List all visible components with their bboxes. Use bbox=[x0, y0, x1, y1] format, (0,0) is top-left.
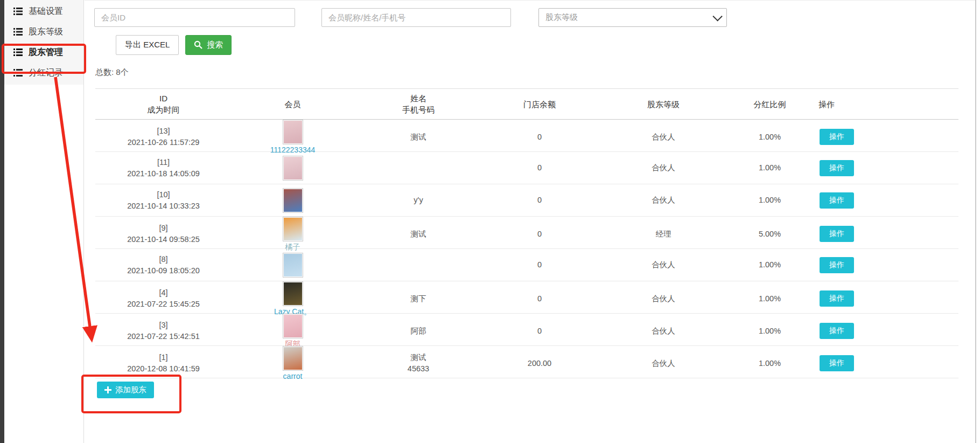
row-name: 测试 bbox=[354, 352, 483, 363]
name-phone-cell: y'y bbox=[354, 195, 483, 206]
store-balance-cell: 0 bbox=[483, 162, 596, 174]
row-name: 阿部 bbox=[354, 326, 483, 337]
member-nickname-link[interactable]: carrot bbox=[283, 372, 303, 380]
sidebar-item-shareholder-level[interactable]: 股东等级 bbox=[4, 22, 83, 42]
avatar bbox=[283, 253, 303, 278]
member-keyword-input[interactable] bbox=[321, 8, 511, 27]
id-time-cell: [11] 2021-10-18 14:05:09 bbox=[95, 157, 232, 179]
row-name: y'y bbox=[354, 195, 483, 206]
shareholder-level-cell: 经理 bbox=[596, 229, 731, 240]
name-phone-cell: 测试 bbox=[354, 131, 483, 143]
action-cell: 操作 bbox=[809, 226, 958, 242]
row-action-button[interactable]: 操作 bbox=[820, 160, 854, 176]
store-balance-cell: 0 bbox=[483, 131, 596, 143]
avatar bbox=[283, 346, 303, 371]
sidebar-item-label: 基础设置 bbox=[29, 6, 63, 17]
avatar bbox=[283, 217, 303, 241]
table-body: [13] 2021-10-26 11:57:29 11122233344 测试 … bbox=[95, 120, 958, 378]
shareholder-level-cell: 合伙人 bbox=[596, 259, 731, 271]
store-balance-cell: 0 bbox=[483, 326, 596, 337]
row-become-time: 2021-07-22 15:45:25 bbox=[95, 299, 232, 310]
dividend-ratio-cell: 1.00% bbox=[731, 131, 809, 143]
action-cell: 操作 bbox=[809, 160, 958, 176]
action-cell: 操作 bbox=[809, 257, 958, 273]
store-balance-cell: 200.00 bbox=[483, 358, 596, 369]
table-row: [3] 2021-07-22 15:42:51 阿部 阿部 0 合伙人 1.00… bbox=[95, 314, 958, 346]
avatar bbox=[283, 188, 303, 213]
row-become-time: 2021-10-26 11:57:29 bbox=[95, 137, 232, 148]
table-row: [8] 2021-10-09 18:05:20 0 合伙人 1.00% 操作 bbox=[95, 249, 958, 281]
export-excel-button[interactable]: 导出 EXCEL bbox=[116, 35, 179, 55]
dividend-ratio-cell: 1.00% bbox=[731, 326, 809, 337]
id-time-cell: [1] 2020-12-08 10:41:59 bbox=[95, 352, 232, 375]
search-button-label: 搜索 bbox=[207, 40, 223, 50]
select-value: 股东等级 bbox=[545, 12, 578, 23]
list-icon bbox=[13, 28, 23, 36]
table-row: [13] 2021-10-26 11:57:29 11122233344 测试 … bbox=[95, 120, 958, 152]
sidebar-item-basic-settings[interactable]: 基础设置 bbox=[4, 1, 83, 22]
avatar bbox=[283, 120, 303, 144]
shareholder-level-cell: 合伙人 bbox=[596, 358, 731, 369]
member-id-input[interactable] bbox=[94, 8, 295, 27]
store-balance-cell: 0 bbox=[483, 195, 596, 206]
shareholder-level-cell: 合伙人 bbox=[596, 162, 731, 174]
sidebar: 基础设置 股东等级 股东管理 分红记录 bbox=[4, 0, 84, 443]
sidebar-item-dividend-records[interactable]: 分红记录 bbox=[4, 63, 83, 83]
row-id: [8] bbox=[95, 254, 232, 265]
member-cell bbox=[232, 188, 354, 213]
window-left-edge bbox=[0, 0, 4, 443]
member-cell: 阿部 bbox=[232, 314, 354, 348]
list-icon bbox=[13, 8, 23, 15]
search-button[interactable]: 搜索 bbox=[185, 35, 232, 55]
action-cell: 操作 bbox=[809, 290, 958, 307]
row-action-button[interactable]: 操作 bbox=[820, 129, 854, 145]
row-action-button[interactable]: 操作 bbox=[820, 192, 854, 209]
action-cell: 操作 bbox=[809, 129, 958, 145]
member-nickname-link[interactable]: 11122233344 bbox=[270, 146, 316, 154]
add-shareholder-button[interactable]: 添加股东 bbox=[97, 382, 154, 398]
name-phone-cell: 测试 bbox=[354, 229, 483, 240]
row-become-time: 2021-07-22 15:42:51 bbox=[95, 331, 232, 342]
table-row: [11] 2021-10-18 14:05:09 0 合伙人 1.00% 操作 bbox=[95, 152, 958, 184]
sidebar-item-shareholder-management[interactable]: 股东管理 bbox=[4, 42, 83, 63]
row-id: [3] bbox=[95, 320, 232, 331]
avatar-image bbox=[284, 315, 302, 337]
sidebar-menu: 基础设置 股东等级 股东管理 分红记录 bbox=[4, 0, 83, 85]
page-right-edge bbox=[975, 0, 976, 443]
avatar bbox=[283, 281, 303, 306]
id-time-cell: [9] 2021-10-14 09:58:25 bbox=[95, 223, 232, 245]
sidebar-item-label: 分红记录 bbox=[29, 67, 63, 79]
row-name: 测试 bbox=[354, 229, 483, 240]
sidebar-item-label: 股东管理 bbox=[29, 47, 63, 58]
row-become-time: 2020-12-08 10:41:59 bbox=[95, 363, 232, 375]
member-cell: carrot bbox=[232, 346, 354, 380]
dividend-ratio-cell: 1.00% bbox=[731, 195, 809, 206]
row-action-button[interactable]: 操作 bbox=[820, 226, 854, 242]
row-action-button[interactable]: 操作 bbox=[820, 323, 854, 339]
avatar-image bbox=[284, 218, 302, 240]
sidebar-item-label: 股东等级 bbox=[29, 26, 63, 38]
dividend-ratio-cell: 1.00% bbox=[731, 259, 809, 271]
row-action-button[interactable]: 操作 bbox=[820, 355, 854, 371]
avatar-image bbox=[284, 347, 302, 370]
dividend-ratio-cell: 5.00% bbox=[731, 229, 809, 240]
dividend-ratio-cell: 1.00% bbox=[731, 358, 809, 369]
row-action-button[interactable]: 操作 bbox=[820, 257, 854, 273]
store-balance-cell: 0 bbox=[483, 259, 596, 271]
row-phone: 45633 bbox=[354, 363, 483, 375]
id-time-cell: [10] 2021-10-14 10:33:23 bbox=[95, 189, 232, 212]
action-cell: 操作 bbox=[809, 355, 958, 371]
shareholder-level-select[interactable]: 股东等级 bbox=[538, 8, 727, 27]
row-id: [1] bbox=[95, 352, 232, 363]
avatar-image bbox=[284, 282, 302, 305]
store-balance-cell: 0 bbox=[483, 293, 596, 304]
table-header-row: ID成为时间 会员 姓名手机号码 门店余额 股东等级 分红比例 操作 bbox=[95, 89, 958, 120]
row-action-button[interactable]: 操作 bbox=[820, 290, 854, 307]
member-nickname-link[interactable]: 橘子 bbox=[285, 243, 300, 251]
shareholder-table: ID成为时间 会员 姓名手机号码 门店余额 股东等级 分红比例 操作 [13] … bbox=[95, 88, 958, 378]
row-id: [10] bbox=[95, 189, 232, 200]
store-balance-cell: 0 bbox=[483, 229, 596, 240]
shareholder-level-cell: 合伙人 bbox=[596, 131, 731, 143]
chevron-down-icon bbox=[712, 11, 722, 21]
avatar-image bbox=[284, 254, 302, 276]
